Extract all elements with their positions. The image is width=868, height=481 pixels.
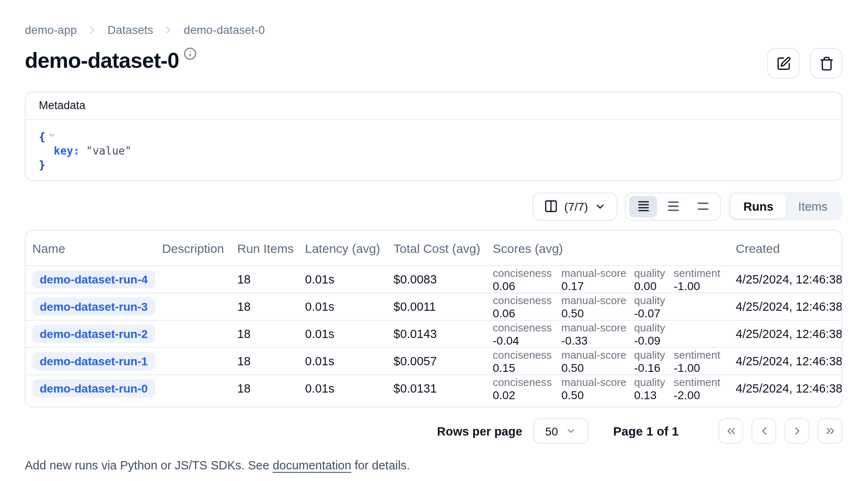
sdk-hint-text-before: Add new runs via Python or JS/TS SDKs. S… <box>25 459 273 472</box>
rows-medium-icon <box>666 199 680 213</box>
created-cell: 4/25/2024, 12:46:38 PM <box>729 382 842 395</box>
table-row: demo-dataset-run-3 18 0.01s $0.0011 conc… <box>26 293 842 320</box>
latency-cell: 0.01s <box>298 273 387 286</box>
chevron-down-icon <box>595 200 606 212</box>
created-cell: 4/25/2024, 12:46:38 PM <box>729 300 842 313</box>
column-visibility-count: (7/7) <box>564 200 588 213</box>
column-header-created: Created <box>729 241 842 255</box>
row-height-tall-button[interactable] <box>689 195 717 217</box>
score-value: 0.50 <box>561 306 629 319</box>
run-items-cell: 18 <box>231 273 298 286</box>
run-items-cell: 18 <box>231 382 298 395</box>
score-label: quality <box>634 348 669 361</box>
run-items-cell: 18 <box>231 327 298 341</box>
run-name-link[interactable]: demo-dataset-run-2 <box>32 325 155 343</box>
created-cell: 4/25/2024, 12:46:38 PM <box>729 327 842 341</box>
score-label: manual-score <box>561 267 629 279</box>
total-cost-cell: $0.0057 <box>387 355 486 368</box>
dataset-detail-page: demo-app Datasets demo-dataset-0 demo-da… <box>0 0 868 481</box>
chevron-left-icon <box>758 425 770 437</box>
score-label: conciseness <box>493 348 556 361</box>
page: demo-app Datasets demo-dataset-0 demo-da… <box>0 0 868 481</box>
score-value: -1.00 <box>674 361 729 374</box>
table-toolbar: (7/7) Runs Ite <box>25 192 842 221</box>
score-value: -2.00 <box>674 388 729 401</box>
rows-per-page-value: 50 <box>545 424 558 438</box>
last-page-button[interactable] <box>818 418 842 444</box>
score-label: conciseness <box>493 294 556 306</box>
json-close-brace: } <box>39 159 45 171</box>
edit-button[interactable] <box>767 48 799 79</box>
latency-cell: 0.01s <box>298 300 387 313</box>
rows-per-page-label: Rows per page <box>437 424 522 438</box>
table-row: demo-dataset-run-0 18 0.01s $0.0131 conc… <box>26 374 842 402</box>
score-value: 0.02 <box>493 388 556 401</box>
chevron-right-icon <box>162 24 175 36</box>
column-visibility-button[interactable]: (7/7) <box>532 192 618 220</box>
chevron-right-icon <box>791 425 803 437</box>
created-cell: 4/25/2024, 12:46:38 PM <box>729 355 842 368</box>
sdk-hint: Add new runs via Python or JS/TS SDKs. S… <box>25 459 842 472</box>
scores-cell: conciseness0.06 manual-score0.17 quality… <box>486 267 729 292</box>
chevron-right-icon <box>86 24 98 36</box>
score-value: -0.09 <box>634 333 669 347</box>
score-label: manual-score <box>561 321 629 333</box>
latency-cell: 0.01s <box>298 327 387 341</box>
next-page-button[interactable] <box>785 418 809 444</box>
pagination: Rows per page 50 Page 1 of 1 <box>25 418 842 444</box>
score-value: 0.06 <box>493 279 556 292</box>
row-height-medium-button[interactable] <box>659 195 687 217</box>
metadata-card-title: Metadata <box>26 93 842 120</box>
score-label: quality <box>634 376 669 388</box>
score-label: conciseness <box>493 376 556 388</box>
metadata-json-viewer: { key: "value" } <box>26 120 842 180</box>
page-info: Page 1 of 1 <box>613 424 679 438</box>
run-items-cell: 18 <box>231 355 298 368</box>
table-row: demo-dataset-run-1 18 0.01s $0.0057 conc… <box>26 347 842 374</box>
score-value: 0.50 <box>561 388 629 401</box>
row-height-toggle-group <box>625 192 721 220</box>
latency-cell: 0.01s <box>298 382 387 395</box>
run-name-link[interactable]: demo-dataset-run-3 <box>32 298 155 316</box>
title-row: demo-dataset-0 <box>25 46 842 79</box>
chevrons-right-icon <box>824 425 836 437</box>
score-label: quality <box>634 321 669 333</box>
tab-items[interactable]: Items <box>786 194 840 218</box>
score-label: manual-score <box>561 294 629 306</box>
sdk-hint-text-after: for details. <box>351 459 410 472</box>
run-name-link[interactable]: demo-dataset-run-1 <box>32 352 155 370</box>
previous-page-button[interactable] <box>751 418 776 444</box>
run-name-link[interactable]: demo-dataset-run-0 <box>32 379 155 398</box>
score-value: 0.06 <box>493 306 556 319</box>
rows-per-page-select[interactable]: 50 <box>533 418 589 444</box>
json-collapse-chevron-icon[interactable] <box>47 131 56 140</box>
delete-button[interactable] <box>810 48 842 79</box>
score-value: -0.33 <box>561 333 629 347</box>
score-value: -1.00 <box>674 279 729 292</box>
rows-tall-icon <box>696 199 710 213</box>
view-toggle: Runs Items <box>729 192 842 221</box>
json-key: key: <box>54 145 80 157</box>
table-row: demo-dataset-run-4 18 0.01s $0.0083 conc… <box>26 265 842 293</box>
score-value: 0.50 <box>561 361 629 374</box>
breadcrumb-datasets[interactable]: Datasets <box>107 23 153 36</box>
total-cost-cell: $0.0143 <box>387 327 486 341</box>
breadcrumb-project[interactable]: demo-app <box>25 23 77 36</box>
score-label: manual-score <box>561 348 629 361</box>
runs-table: Name Description Run Items Latency (avg)… <box>25 230 842 407</box>
table-row: demo-dataset-run-2 18 0.01s $0.0143 conc… <box>26 320 842 347</box>
columns-icon <box>544 199 558 213</box>
metadata-card: Metadata { key: "value" } <box>25 92 842 181</box>
score-value: -0.04 <box>493 333 556 347</box>
first-page-button[interactable] <box>718 418 743 444</box>
documentation-link[interactable]: documentation <box>273 459 351 472</box>
score-label: conciseness <box>493 321 556 333</box>
run-name-link[interactable]: demo-dataset-run-4 <box>32 270 155 288</box>
total-cost-cell: $0.0011 <box>387 300 486 313</box>
tab-runs[interactable]: Runs <box>731 194 786 218</box>
table-header-row: Name Description Run Items Latency (avg)… <box>26 231 842 265</box>
row-height-compact-button[interactable] <box>630 195 658 217</box>
page-title: demo-dataset-0 <box>25 46 179 74</box>
info-icon[interactable] <box>183 47 196 60</box>
score-label: sentiment <box>674 376 729 388</box>
